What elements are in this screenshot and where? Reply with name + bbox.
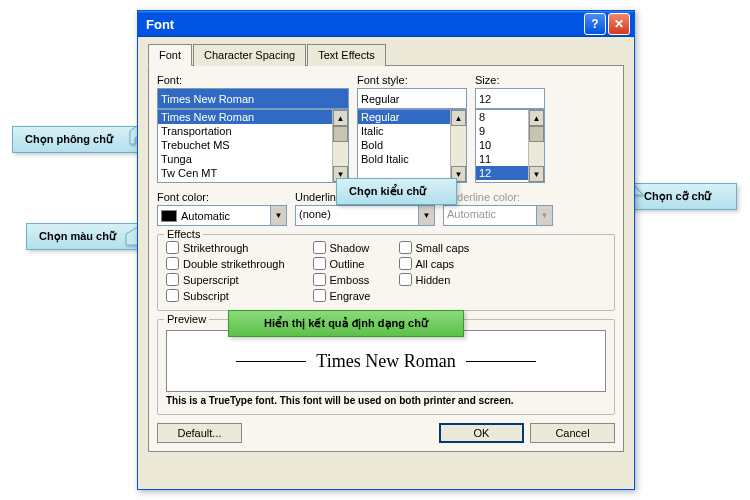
checkbox-strikethrough[interactable]: Strikethrough	[166, 241, 285, 254]
checkbox-input[interactable]	[166, 289, 179, 302]
chevron-down-icon: ▼	[536, 205, 553, 226]
help-button[interactable]: ?	[584, 13, 606, 35]
tab-bar: Font Character Spacing Text Effects	[148, 43, 624, 66]
scrollbar[interactable]: ▲▼	[450, 110, 466, 182]
checkbox-input[interactable]	[399, 273, 412, 286]
font-list[interactable]: Times New Roman Transportation Trebuchet…	[157, 109, 349, 183]
style-list[interactable]: Regular Italic Bold Bold Italic ▲▼	[357, 109, 467, 183]
chevron-down-icon[interactable]: ▼	[270, 205, 287, 226]
checkbox-outline[interactable]: Outline	[313, 257, 371, 270]
chevron-down-icon[interactable]: ▼	[418, 205, 435, 226]
checkbox-input[interactable]	[313, 289, 326, 302]
checkbox-shadow[interactable]: Shadow	[313, 241, 371, 254]
tab-text-effects[interactable]: Text Effects	[307, 44, 386, 66]
list-item[interactable]: Tunga	[158, 152, 348, 166]
checkbox-input[interactable]	[166, 273, 179, 286]
checkbox-superscript[interactable]: Superscript	[166, 273, 285, 286]
callout-preview: Hiển thị kết quả định dạng chữ	[228, 310, 464, 337]
default-button[interactable]: Default...	[157, 423, 242, 443]
list-item[interactable]: Transportation	[158, 124, 348, 138]
callout-size: Chọn cỡ chữ	[631, 183, 737, 210]
font-label: Font:	[157, 74, 349, 86]
font-input[interactable]	[157, 88, 349, 109]
preview-title: Preview	[164, 313, 209, 325]
size-input[interactable]	[475, 88, 545, 109]
checkbox-input[interactable]	[399, 241, 412, 254]
color-combo[interactable]: Automatic ▼	[157, 205, 287, 226]
ucolor-label: Underline color:	[443, 191, 553, 203]
checkbox-double-strikethrough[interactable]: Double strikethrough	[166, 257, 285, 270]
style-input[interactable]	[357, 88, 467, 109]
effects-title: Effects	[164, 228, 203, 240]
tab-char-spacing[interactable]: Character Spacing	[193, 44, 306, 66]
effects-group: Effects StrikethroughDouble strikethroug…	[157, 234, 615, 311]
checkbox-input[interactable]	[166, 241, 179, 254]
checkbox-engrave[interactable]: Engrave	[313, 289, 371, 302]
style-label: Font style:	[357, 74, 467, 86]
list-item[interactable]: Times New Roman	[158, 110, 348, 124]
size-list[interactable]: 8 9 10 11 12 ▲▼	[475, 109, 545, 183]
checkbox-input[interactable]	[313, 273, 326, 286]
uline-combo[interactable]: (none) ▼	[295, 205, 435, 226]
ok-button[interactable]: OK	[439, 423, 524, 443]
checkbox-small-caps[interactable]: Small caps	[399, 241, 470, 254]
ucolor-combo: Automatic ▼	[443, 205, 553, 226]
list-item[interactable]: Tw Cen MT	[158, 166, 348, 180]
checkbox-subscript[interactable]: Subscript	[166, 289, 285, 302]
checkbox-input[interactable]	[313, 257, 326, 270]
callout-style: Chọn kiểu chữ	[336, 178, 457, 205]
font-footnote: This is a TrueType font. This font will …	[166, 395, 606, 406]
size-label: Size:	[475, 74, 545, 86]
tab-font[interactable]: Font	[148, 44, 192, 66]
titlebar: Font ? ✕	[138, 11, 634, 37]
preview-text: Times New Roman	[316, 351, 455, 372]
scrollbar[interactable]: ▲▼	[332, 110, 348, 182]
scrollbar[interactable]: ▲▼	[528, 110, 544, 182]
color-label: Font color:	[157, 191, 287, 203]
callout-color: Chọn màu chữ	[26, 223, 142, 250]
checkbox-input[interactable]	[399, 257, 412, 270]
checkbox-input[interactable]	[166, 257, 179, 270]
checkbox-emboss[interactable]: Emboss	[313, 273, 371, 286]
window-title: Font	[142, 17, 582, 32]
preview-box: Times New Roman	[166, 330, 606, 392]
font-dialog: Font ? ✕ Font Character Spacing Text Eff…	[137, 10, 635, 490]
list-item[interactable]: Trebuchet MS	[158, 138, 348, 152]
close-button[interactable]: ✕	[608, 13, 630, 35]
callout-font: Chọn phông chữ	[12, 126, 143, 153]
checkbox-hidden[interactable]: Hidden	[399, 273, 470, 286]
cancel-button[interactable]: Cancel	[530, 423, 615, 443]
checkbox-all-caps[interactable]: All caps	[399, 257, 470, 270]
checkbox-input[interactable]	[313, 241, 326, 254]
